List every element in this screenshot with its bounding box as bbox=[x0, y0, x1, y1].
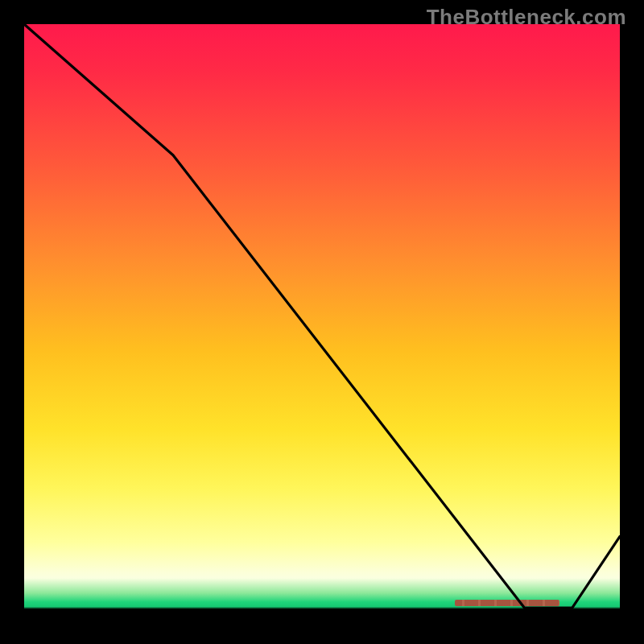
baseline-marker bbox=[455, 600, 559, 606]
chart-gradient-background bbox=[24, 24, 620, 620]
chart-container bbox=[24, 24, 620, 620]
